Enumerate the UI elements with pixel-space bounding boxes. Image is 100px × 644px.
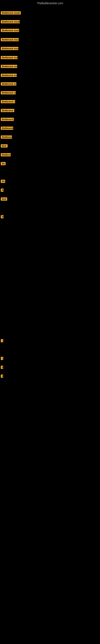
bottleneck-badge-19: Bo: [1, 180, 5, 183]
badge-row-15: Bottlenec: [1, 136, 12, 140]
site-title: TheBottlenecker.com: [0, 0, 100, 6]
badge-row-23: |: [1, 339, 2, 343]
badge-row-8: Bottleneck result: [1, 74, 17, 78]
bottleneck-badge-4: Bottleneck result: [1, 38, 19, 41]
badge-row-16: Bott: [1, 144, 8, 148]
badge-row-12: Bottleneck re: [1, 109, 14, 113]
badge-row-1: Bottleneck result: [1, 11, 21, 15]
bottleneck-badge-11: Bottleneck resu: [1, 100, 15, 103]
badge-row-17: Bottlene: [1, 153, 11, 157]
badge-row-10: Bottleneck resu: [1, 91, 16, 95]
bottleneck-badge-2: Bottleneck result: [1, 20, 20, 23]
bottleneck-badge-24: |: [1, 357, 3, 360]
bottleneck-badge-16: Bott: [1, 144, 8, 148]
bottleneck-badge-14: Bottleneck re: [1, 126, 13, 130]
badge-row-26: B: [1, 374, 3, 378]
badge-row-5: Bottleneck result: [1, 47, 18, 51]
bottleneck-badge-13: Bottleneck re: [1, 118, 14, 121]
bottleneck-badge-9: Bottleneck resu: [1, 82, 16, 86]
badge-row-25: B: [1, 366, 3, 370]
bottleneck-badge-25: B: [1, 366, 3, 369]
bottleneck-badge-7: Bottleneck result: [1, 65, 17, 68]
bottleneck-badge-5: Bottleneck result: [1, 47, 18, 50]
bottleneck-badge-1: Bottleneck result: [1, 11, 21, 14]
badge-row-6: Bottleneck resu: [1, 56, 18, 60]
bottleneck-badge-20: B: [1, 188, 3, 192]
badge-row-2: Bottleneck result: [1, 20, 20, 24]
badge-row-11: Bottleneck resu: [1, 100, 15, 104]
badge-row-18: Bo: [1, 162, 6, 166]
badge-row-9: Bottleneck resu: [1, 82, 16, 86]
badge-row-21: Bott: [1, 198, 7, 202]
badge-row-7: Bottleneck result: [1, 65, 17, 69]
badge-row-14: Bottleneck re: [1, 126, 13, 130]
bottleneck-badge-6: Bottleneck resu: [1, 56, 18, 59]
badge-row-4: Bottleneck result: [1, 38, 19, 42]
bottleneck-badge-8: Bottleneck result: [1, 74, 17, 77]
bottleneck-badge-12: Bottleneck re: [1, 109, 14, 112]
bottleneck-badge-17: Bottlene: [1, 153, 11, 156]
bottleneck-badge-22: B: [1, 215, 3, 218]
badge-row-19: Bo: [1, 180, 5, 184]
bottleneck-badge-21: Bott: [1, 198, 7, 201]
bottleneck-badge-3: Bottleneck result: [1, 29, 19, 32]
badge-row-24: |: [1, 357, 2, 361]
badge-row-13: Bottleneck re: [1, 118, 14, 122]
badge-row-20: B: [1, 188, 3, 192]
bottleneck-badge-18: Bo: [1, 162, 6, 165]
bottleneck-badge-23: |: [1, 339, 3, 342]
bottleneck-badge-10: Bottleneck resu: [1, 91, 16, 94]
badge-row-22: B: [1, 215, 3, 219]
bottleneck-badge-26: B: [1, 374, 3, 378]
badge-row-3: Bottleneck result: [1, 29, 19, 33]
bottleneck-badge-15: Bottlenec: [1, 136, 12, 139]
